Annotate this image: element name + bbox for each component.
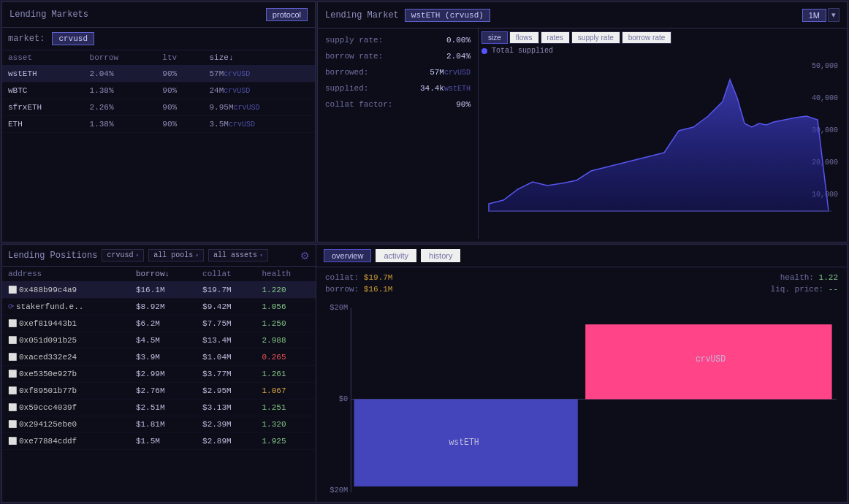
svg-text:50,000: 50,000 bbox=[812, 62, 838, 70]
stat-row: supplied: 34.4kwstETH bbox=[325, 84, 471, 93]
size-cell: 57McrvUSD bbox=[204, 66, 316, 83]
borrow-cell: 1.38% bbox=[84, 116, 157, 133]
position-detail: overviewactivityhistory collat: $19.7M h… bbox=[316, 245, 847, 502]
markets-table: asset borrow ltv size↓ wstETH 2.04% 90% … bbox=[2, 50, 315, 133]
health-val: 1.067 bbox=[256, 383, 316, 400]
pos-col-collat: collat bbox=[197, 267, 256, 282]
borrow-val: $1.5M bbox=[130, 433, 197, 450]
health-val: 1.251 bbox=[256, 400, 316, 416]
filter-pools[interactable]: all pools ▾ bbox=[148, 249, 204, 261]
addr-cell: ⬜0x59ccc4039f bbox=[2, 400, 130, 416]
addr-cell: ⬜0xf89501b77b bbox=[2, 383, 130, 400]
doc-icon: ⬜ bbox=[8, 320, 17, 328]
asset-cell: ETH bbox=[2, 116, 84, 133]
timeframe-button[interactable]: 1M bbox=[802, 9, 826, 22]
health-val: 1.056 bbox=[256, 299, 316, 316]
list-item[interactable]: ⬜0xf89501b77b $2.76M $2.95M 1.067 bbox=[2, 383, 316, 400]
protocol-button[interactable]: protocol bbox=[266, 8, 308, 21]
collat-val: $3.77M bbox=[197, 366, 256, 383]
borrow-val: $3.9M bbox=[130, 349, 197, 366]
ltv-cell: 90% bbox=[156, 99, 203, 116]
svg-text:$0: $0 bbox=[339, 394, 348, 403]
chart-tab-flows[interactable]: flows bbox=[509, 31, 539, 44]
bar-chart-area: $20M $0 $20M wstETH crvUSD bbox=[316, 299, 847, 502]
addr-cell: ⬜0xaced332e24 bbox=[2, 349, 130, 366]
circle-icon: ⟳ bbox=[8, 303, 14, 311]
chart-tab-rates[interactable]: rates bbox=[541, 31, 570, 44]
list-item[interactable]: ⬜0xe77884cddf $1.5M $2.89M 1.925 bbox=[2, 433, 316, 450]
stat-label: supplied: bbox=[325, 84, 368, 93]
positions-list: Lending Positions crvusd ▾ all pools ▾ a… bbox=[2, 245, 316, 502]
ltv-cell: 90% bbox=[156, 116, 203, 133]
table-row[interactable]: wstETH 2.04% 90% 57McrvUSD bbox=[2, 66, 315, 83]
collat-val: $2.95M bbox=[197, 383, 256, 400]
addr-cell: ⬜0xe5350e927b bbox=[2, 366, 130, 383]
chart-tabs: sizeflowsratessupply rateborrow rate bbox=[481, 31, 844, 44]
health-val: 1.250 bbox=[256, 316, 316, 332]
addr-cell: ⬜0x488b99c4a9 bbox=[2, 282, 130, 299]
borrow-val: $2.76M bbox=[130, 383, 197, 400]
borrow-val: $16.1M bbox=[130, 282, 197, 299]
list-item[interactable]: ⬜0xef819443b1 $6.2M $7.75M 1.250 bbox=[2, 316, 316, 332]
collat-val: $2.39M bbox=[197, 416, 256, 433]
stat-value: 90% bbox=[456, 100, 471, 109]
borrow-val: $4.5M bbox=[130, 332, 197, 349]
collat-val: $19.7M bbox=[197, 282, 256, 299]
table-row[interactable]: sfrxETH 2.26% 90% 9.95McrvUSD bbox=[2, 99, 315, 116]
health-val: 0.265 bbox=[256, 349, 316, 366]
list-item[interactable]: ⬜0x294125ebe0 $1.81M $2.39M 1.320 bbox=[2, 416, 316, 433]
pos-tab-overview[interactable]: overview bbox=[324, 249, 371, 262]
asset-cell: wBTC bbox=[2, 83, 84, 99]
legend-label: Total supplied bbox=[492, 47, 553, 55]
doc-icon: ⬜ bbox=[8, 387, 17, 395]
addr-cell: ⟳stakerfund.e.. bbox=[2, 299, 130, 316]
health-val: 2.988 bbox=[256, 332, 316, 349]
stat-label: collat factor: bbox=[325, 100, 392, 109]
collat-val: $3.13M bbox=[197, 400, 256, 416]
borrow-cell: 1.38% bbox=[84, 83, 157, 99]
pos-detail-header: overviewactivityhistory bbox=[316, 245, 847, 267]
col-ltv: ltv bbox=[156, 50, 203, 66]
expand-button[interactable]: ▾ bbox=[828, 8, 840, 22]
stat-value: 2.04% bbox=[446, 52, 471, 61]
chart-tab-borrow-rate[interactable]: borrow rate bbox=[622, 31, 672, 44]
pos-col-address: address bbox=[2, 267, 130, 282]
list-item[interactable]: ⬜0xaced332e24 $3.9M $1.04M 0.265 bbox=[2, 349, 316, 366]
stat-label: borrow rate: bbox=[325, 52, 383, 61]
borrow-stat: borrow: $16.1M bbox=[325, 285, 580, 294]
positions-title: Lending Positions bbox=[8, 251, 97, 261]
chart-tab-size[interactable]: size bbox=[481, 31, 508, 44]
pos-tab-activity[interactable]: activity bbox=[376, 249, 416, 262]
health-val: 1.220 bbox=[256, 282, 316, 299]
stat-row: supply rate: 0.00% bbox=[325, 36, 471, 45]
list-item[interactable]: ⟳stakerfund.e.. $8.92M $9.42M 1.056 bbox=[2, 299, 316, 316]
collat-val: $9.42M bbox=[197, 299, 256, 316]
lending-markets-panel: Lending Markets protocol market: crvusd … bbox=[1, 1, 316, 243]
doc-icon: ⬜ bbox=[8, 286, 17, 294]
col-size[interactable]: size↓ bbox=[204, 50, 316, 66]
svg-text:$20M: $20M bbox=[330, 485, 348, 495]
filter-assets[interactable]: all assets ▾ bbox=[208, 249, 268, 261]
addr-cell: ⬜0xe77884cddf bbox=[2, 433, 130, 450]
list-item[interactable]: ⬜0x59ccc4039f $2.51M $3.13M 1.251 bbox=[2, 400, 316, 416]
list-item[interactable]: ⬜0x488b99c4a9 $16.1M $19.7M 1.220 bbox=[2, 282, 316, 299]
pos-tab-history[interactable]: history bbox=[421, 249, 460, 262]
table-row[interactable]: ETH 1.38% 90% 3.5McrvUSD bbox=[2, 116, 315, 133]
col-asset: asset bbox=[2, 50, 84, 66]
stat-label: supply rate: bbox=[325, 36, 383, 45]
settings-button[interactable]: ⚙ bbox=[300, 250, 310, 261]
table-row[interactable]: wBTC 1.38% 90% 24McrvUSD bbox=[2, 83, 315, 99]
borrow-val: $6.2M bbox=[130, 316, 197, 332]
filter-crvusd[interactable]: crvusd ▾ bbox=[102, 249, 144, 261]
area-chart: 50,000 40,000 30,000 20,000 10,000 wstET… bbox=[481, 58, 840, 215]
list-item[interactable]: ⬜0xe5350e927b $2.99M $3.77M 1.261 bbox=[2, 366, 316, 383]
pos-col-borrow[interactable]: borrow↓ bbox=[130, 267, 197, 282]
market-value[interactable]: crvusd bbox=[52, 32, 94, 45]
stat-value: 34.4kwstETH bbox=[420, 84, 471, 93]
size-cell: 3.5McrvUSD bbox=[204, 116, 316, 133]
list-item[interactable]: ⬜0x051d091b25 $4.5M $13.4M 2.988 bbox=[2, 332, 316, 349]
doc-icon: ⬜ bbox=[8, 421, 17, 429]
bottom-panel: Lending Positions crvusd ▾ all pools ▾ a… bbox=[1, 244, 848, 503]
detail-body: supply rate: 0.00% borrow rate: 2.04% bo… bbox=[318, 28, 847, 239]
chart-tab-supply-rate[interactable]: supply rate bbox=[571, 31, 620, 44]
